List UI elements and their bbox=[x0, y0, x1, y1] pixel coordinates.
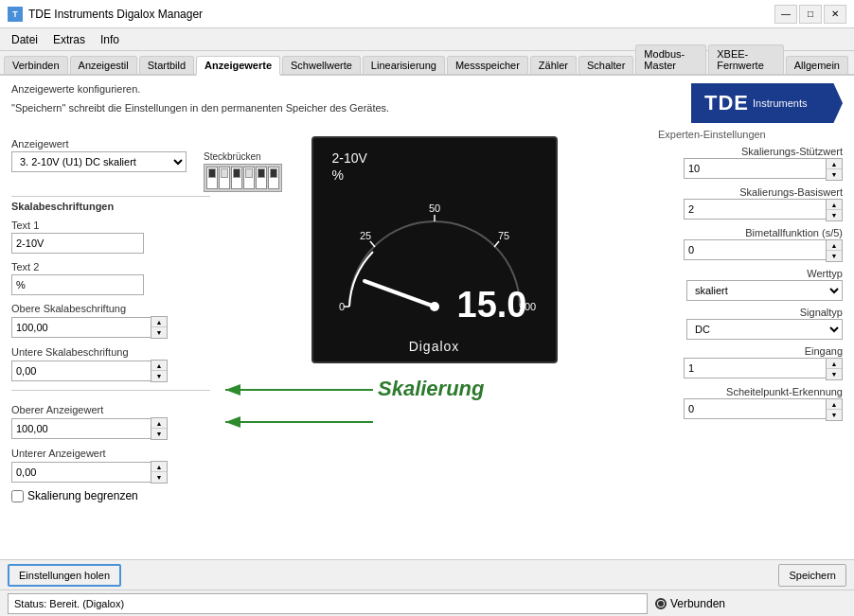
bimetallfunktion-up[interactable]: ▲ bbox=[827, 240, 842, 251]
info-line1: Anzeigewerte konfigurieren. bbox=[11, 83, 389, 95]
text2-label: Text 2 bbox=[11, 261, 210, 273]
untere-skal-spinner: ▲ ▼ bbox=[11, 360, 134, 382]
gauge-label2: % bbox=[332, 167, 367, 184]
window-title: TDE Instruments Digalox Manager bbox=[28, 8, 774, 21]
stuetzwert-down[interactable]: ▼ bbox=[827, 169, 842, 180]
tde-logo: TDE Instruments bbox=[691, 83, 843, 123]
untere-skal-input[interactable] bbox=[11, 361, 151, 381]
label-0: 0 bbox=[338, 301, 344, 312]
untere-skal-btns: ▲ ▼ bbox=[151, 360, 168, 382]
left-panel: Anzeigewert 3. 2-10V (U1) DC skaliert St… bbox=[11, 127, 210, 552]
gauge-needle bbox=[365, 281, 435, 307]
bimetallfunktion-down[interactable]: ▼ bbox=[827, 251, 842, 261]
skalierungs-basiswert-btns: ▲ ▼ bbox=[826, 199, 843, 221]
logo-instruments: Instruments bbox=[753, 97, 807, 109]
obere-skal-input[interactable] bbox=[11, 317, 151, 338]
gauge-center bbox=[430, 302, 439, 311]
gauge-value: 15.0 bbox=[457, 285, 527, 326]
close-button[interactable]: ✕ bbox=[824, 5, 846, 24]
basiswert-up[interactable]: ▲ bbox=[827, 200, 842, 210]
text2-input[interactable] bbox=[11, 274, 144, 295]
tab-startbild[interactable]: Startbild bbox=[139, 56, 194, 74]
tab-zaehler[interactable]: Zähler bbox=[530, 56, 577, 74]
scheitelpunkt-down[interactable]: ▼ bbox=[827, 410, 842, 420]
tab-allgemein[interactable]: Allgemein bbox=[786, 56, 848, 74]
scheitelpunkt-label: Scheitelpunkt-Erkennung bbox=[658, 386, 843, 397]
text1-input[interactable] bbox=[11, 233, 144, 254]
unterer-anzeigewert-input[interactable] bbox=[11, 462, 151, 483]
bimetallfunktion-btns: ▲ ▼ bbox=[826, 239, 843, 262]
eingang-up[interactable]: ▲ bbox=[827, 359, 842, 369]
menu-extras[interactable]: Extras bbox=[45, 31, 93, 48]
eingang-btns: ▲ ▼ bbox=[826, 358, 843, 380]
untere-skal-down[interactable]: ▼ bbox=[151, 371, 167, 381]
gauge-label1: 2-10V bbox=[332, 150, 367, 167]
menu-datei[interactable]: Datei bbox=[4, 31, 45, 48]
unterer-anzeigewert-btns: ▲ ▼ bbox=[151, 461, 168, 484]
tick-75 bbox=[494, 241, 499, 247]
skalierungs-stuetzwert-input[interactable] bbox=[684, 158, 826, 179]
tab-anzeigewerte[interactable]: Anzeigewerte bbox=[196, 56, 280, 76]
skalabeschriftungen-label: Skalabeschriftungen bbox=[11, 201, 210, 212]
dip-1 bbox=[206, 167, 218, 189]
tab-schwellwerte[interactable]: Schwellwerte bbox=[282, 56, 361, 74]
skalierungs-basiswert-input[interactable] bbox=[684, 199, 826, 220]
speichern-button[interactable]: Speichern bbox=[778, 564, 846, 587]
logo-tde: TDE bbox=[704, 91, 749, 115]
skalierung-area: Skalierung bbox=[222, 373, 647, 449]
tab-bar: Verbinden Anzeigestil Startbild Anzeigew… bbox=[0, 51, 854, 76]
obere-skal-btns: ▲ ▼ bbox=[151, 316, 168, 339]
anzeigewert-select[interactable]: 3. 2-10V (U1) DC skaliert bbox=[11, 151, 187, 172]
skalierung-begrenzen-label: Skalierung begrenzen bbox=[27, 489, 138, 502]
status-text-area: Status: Bereit. (Digalox) bbox=[8, 593, 648, 614]
eingang-spinner: ▲ ▼ bbox=[658, 358, 843, 380]
eingang-label: Eingang bbox=[658, 345, 843, 357]
tab-verbinden[interactable]: Verbinden bbox=[4, 56, 68, 74]
eingang-input[interactable] bbox=[684, 358, 826, 378]
untere-skal-label: Untere Skalabeschriftung bbox=[11, 346, 210, 358]
tab-anzeigestil[interactable]: Anzeigestil bbox=[70, 56, 137, 74]
oberer-anzeigewert-input[interactable] bbox=[11, 418, 151, 439]
oberer-anzeigewert-down[interactable]: ▼ bbox=[151, 429, 167, 439]
skalierungs-basiswert-label: Skalierungs-Basiswert bbox=[658, 186, 843, 198]
obere-skal-label: Obere Skalabeschriftung bbox=[11, 303, 210, 314]
experten-title: Experten-Einstellungen bbox=[658, 129, 843, 140]
basiswert-down[interactable]: ▼ bbox=[827, 210, 842, 220]
unterer-anzeigewert-down[interactable]: ▼ bbox=[151, 472, 167, 483]
verbunden-area: Verbunden bbox=[655, 597, 725, 610]
gauge-display: 2-10V % 0 25 bbox=[311, 136, 558, 363]
signaltyp-select[interactable]: DC AC bbox=[686, 319, 843, 340]
maximize-button[interactable]: □ bbox=[799, 5, 822, 24]
status-text: Status: Bereit. (Digalox) bbox=[14, 598, 124, 609]
label-25: 25 bbox=[359, 230, 370, 241]
bimetallfunktion-label: Bimetallfunktion (s/5) bbox=[658, 227, 843, 238]
bimetallfunktion-input[interactable] bbox=[684, 239, 826, 260]
tab-linearisierung[interactable]: Linearisierung bbox=[363, 56, 445, 74]
unterer-anzeigewert-up[interactable]: ▲ bbox=[151, 462, 167, 472]
eingang-down[interactable]: ▼ bbox=[827, 369, 842, 379]
oberer-anzeigewert-up[interactable]: ▲ bbox=[151, 418, 167, 429]
tab-schalter[interactable]: Schalter bbox=[578, 56, 633, 74]
tab-xbee[interactable]: XBEE-Fernwerte bbox=[708, 44, 783, 74]
verbunden-radio bbox=[655, 598, 667, 609]
bottom-bar: Einstellungen holen Speichern bbox=[0, 559, 854, 590]
werttyp-select[interactable]: skaliert absolut bbox=[686, 280, 843, 301]
tab-messspeicher[interactable]: Messspeicher bbox=[447, 56, 528, 74]
menu-info[interactable]: Info bbox=[93, 31, 127, 48]
label-75: 75 bbox=[497, 230, 508, 241]
scheitelpunkt-spinner: ▲ ▼ bbox=[658, 398, 843, 421]
einstellungen-holen-button[interactable]: Einstellungen holen bbox=[8, 564, 121, 587]
skalierungs-stuetzwert-spinner: ▲ ▼ bbox=[658, 158, 843, 181]
scheitelpunkt-up[interactable]: ▲ bbox=[827, 399, 842, 410]
minimize-button[interactable]: — bbox=[774, 5, 797, 24]
obere-skal-up[interactable]: ▲ bbox=[151, 317, 167, 327]
anzeigewert-label: Anzeigewert bbox=[11, 138, 187, 150]
oberer-anzeigewert-btns: ▲ ▼ bbox=[151, 417, 168, 440]
tab-modbus-master[interactable]: Modbus-Master bbox=[635, 44, 706, 74]
stuetzwert-up[interactable]: ▲ bbox=[827, 159, 842, 169]
untere-skal-up[interactable]: ▲ bbox=[151, 361, 167, 371]
scheitelpunkt-input[interactable] bbox=[684, 398, 826, 419]
obere-skal-down[interactable]: ▼ bbox=[151, 327, 167, 338]
app-icon: T bbox=[8, 7, 23, 22]
skalierung-begrenzen-checkbox[interactable] bbox=[11, 490, 24, 502]
